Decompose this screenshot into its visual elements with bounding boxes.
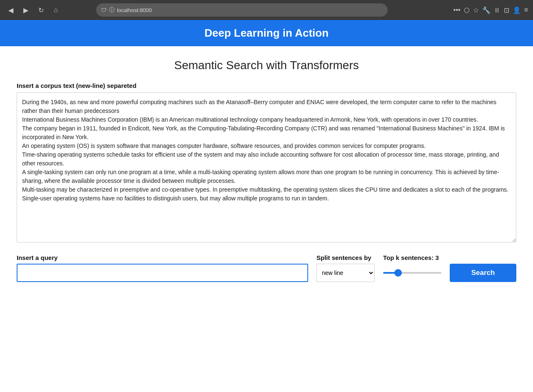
address-bar[interactable]: 🛡 ⓘ localhost:8000 — [96, 3, 388, 17]
main-content: Semantic Search with Transformers Insert… — [0, 46, 533, 392]
app-header: Deep Learning in Action — [0, 20, 533, 46]
pocket-icon[interactable]: ⬡ — [464, 6, 470, 14]
corpus-label: Insert a corpus text (new-line) separete… — [17, 82, 516, 89]
split-label: Split sentences by — [316, 254, 375, 261]
url-text: localhost:8000 — [117, 7, 152, 13]
reload-button[interactable]: ↻ — [35, 4, 47, 16]
sync-icon[interactable]: ⊡ — [504, 6, 509, 14]
forward-button[interactable]: ▶ — [20, 4, 32, 16]
topk-slider[interactable] — [383, 272, 441, 274]
library-icon[interactable]: ⫼ — [494, 6, 501, 14]
query-input[interactable] — [17, 264, 308, 282]
app-title: Deep Learning in Action — [7, 27, 526, 40]
search-button[interactable]: Search — [450, 264, 516, 282]
page-title: Semantic Search with Transformers — [17, 59, 516, 72]
shield-icon: 🛡 — [101, 7, 107, 13]
account-icon[interactable]: 👤 — [513, 6, 521, 14]
topk-label: Top k sentences: 3 — [383, 254, 441, 261]
menu-icon[interactable]: ≡ — [524, 6, 528, 14]
split-group: Split sentences by new line period comma — [316, 254, 375, 282]
browser-chrome: ◀ ▶ ↻ ⌂ 🛡 ⓘ localhost:8000 ••• ⬡ ☆ 🔧 ⫼ ⊡… — [0, 0, 533, 20]
topk-slider-container — [383, 264, 441, 282]
home-button[interactable]: ⌂ — [50, 4, 62, 16]
topk-group: Top k sentences: 3 — [383, 254, 441, 282]
query-group: Insert a query — [17, 254, 308, 282]
browser-right-icons: ••• ⬡ ☆ 🔧 ⫼ ⊡ 👤 ≡ — [453, 6, 528, 14]
query-label: Insert a query — [17, 254, 308, 261]
wrench-icon[interactable]: 🔧 — [482, 6, 491, 14]
split-select[interactable]: new line period comma — [316, 264, 375, 282]
star-icon[interactable]: ☆ — [473, 6, 479, 14]
query-section: Insert a query Split sentences by new li… — [17, 254, 516, 282]
lock-icon: ⓘ — [109, 6, 115, 14]
back-button[interactable]: ◀ — [5, 4, 17, 16]
more-icon[interactable]: ••• — [453, 6, 461, 14]
corpus-textarea[interactable] — [17, 92, 516, 242]
